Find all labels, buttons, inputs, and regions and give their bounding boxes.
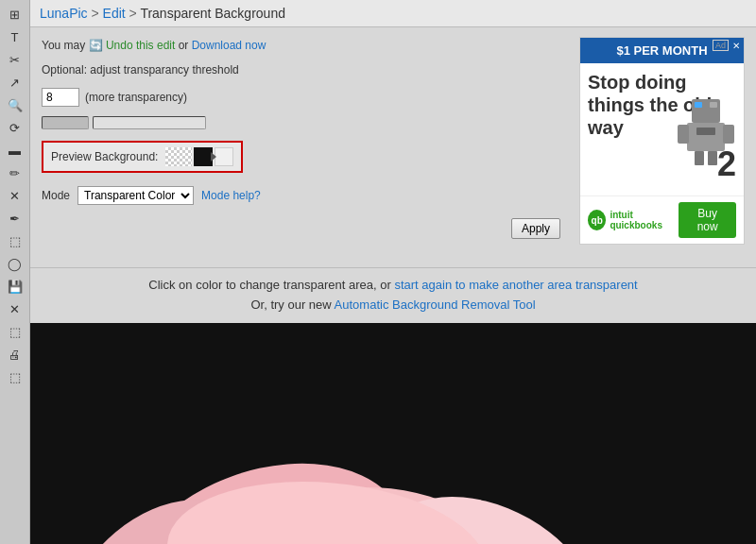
tool-extra[interactable]: ⬚ xyxy=(5,366,26,387)
tool-print[interactable]: 🖨 xyxy=(5,344,26,365)
tool-save[interactable]: 💾 xyxy=(5,276,26,297)
threshold-input[interactable] xyxy=(42,88,79,107)
mode-help-link[interactable]: Mode help? xyxy=(201,189,261,202)
instruction-line2-prefix: Or, try our new xyxy=(250,298,334,312)
svg-rect-8 xyxy=(708,151,717,165)
info-prefix: You may xyxy=(42,39,89,52)
tool-pen[interactable]: ✒ xyxy=(5,208,26,229)
auto-tool-link[interactable]: Automatic Background Removal Tool xyxy=(335,298,536,312)
tool-text[interactable]: T xyxy=(5,26,26,47)
tool-close[interactable]: ✕ xyxy=(5,298,26,319)
left-panel: You may 🔄 Undo this edit or Download now… xyxy=(42,37,564,258)
ad-close-icon[interactable]: ✕ xyxy=(730,40,742,51)
info-line2: Optional: adjust transparancy threshold xyxy=(42,61,564,78)
white-swatch[interactable] xyxy=(215,147,233,166)
info-mid: or xyxy=(179,39,192,52)
tool-crop[interactable]: ✂ xyxy=(5,49,26,70)
tool-rect[interactable]: ⬚ xyxy=(5,230,26,251)
main-content: LunaPic > Edit > Transparent Background … xyxy=(30,0,756,544)
edit-link[interactable]: Edit xyxy=(103,6,126,21)
black-swatch[interactable] xyxy=(194,147,213,166)
tool-eraser[interactable]: ✕ xyxy=(5,185,26,206)
apply-button[interactable]: Apply xyxy=(511,218,560,239)
page-title: Transparent Background xyxy=(140,6,285,21)
qb-brand: intuit quickbooks xyxy=(610,210,679,230)
ad-illustration xyxy=(678,90,734,165)
slider-row xyxy=(42,116,564,129)
content-area: You may 🔄 Undo this edit or Download now… xyxy=(30,27,756,267)
download-link[interactable]: Download now xyxy=(192,39,266,52)
preview-label: Preview Background: xyxy=(51,150,158,163)
svg-rect-2 xyxy=(710,102,717,108)
svg-rect-6 xyxy=(723,125,734,144)
preview-swatches xyxy=(165,147,233,166)
separator2: > xyxy=(129,6,141,21)
instruction-bar: Click on color to change transparent are… xyxy=(30,267,756,323)
tool-zoom[interactable]: 🔍 xyxy=(5,94,26,115)
lunapic-link[interactable]: LunaPic xyxy=(40,6,88,21)
preview-background-box: Preview Background: xyxy=(42,141,243,173)
breadcrumb: LunaPic > Edit > Transparent Background xyxy=(30,0,756,27)
svg-rect-4 xyxy=(696,128,715,135)
instruction-line1: Click on color to change transparent are… xyxy=(42,276,745,296)
svg-rect-7 xyxy=(695,151,704,165)
tool-pencil[interactable]: ✏ xyxy=(5,162,26,183)
undo-link[interactable]: 🔄 Undo this edit xyxy=(89,39,176,52)
tool-grid[interactable]: ⊞ xyxy=(5,4,26,25)
image-preview-area[interactable] xyxy=(30,323,756,544)
threshold-row: (more transparency) xyxy=(42,88,564,107)
slider-left[interactable] xyxy=(42,116,89,129)
apply-row: Apply xyxy=(42,218,564,239)
instruction-prefix: Click on color to change transparent are… xyxy=(148,278,394,292)
instruction-line2: Or, try our new Automatic Background Rem… xyxy=(42,296,745,315)
tool-arrow[interactable]: ↗ xyxy=(5,72,26,93)
qb-icon: qb xyxy=(588,210,606,230)
slider-right[interactable] xyxy=(93,116,206,129)
svg-rect-1 xyxy=(695,102,702,108)
tool-copy[interactable]: ⬚ xyxy=(5,321,26,342)
tool-circle[interactable]: ◯ xyxy=(5,253,26,274)
ad-panel: $1 PER MONTH ✕ Ad Stop doing things the … xyxy=(579,37,745,258)
svg-rect-5 xyxy=(678,125,689,144)
tool-bar[interactable]: ▬ xyxy=(5,140,26,161)
ad-box: $1 PER MONTH ✕ Ad Stop doing things the … xyxy=(579,37,745,245)
mode-row: Mode Transparent Color Transparent All C… xyxy=(42,186,564,205)
threshold-label: (more transparency) xyxy=(85,91,187,104)
mode-label: Mode xyxy=(42,189,70,202)
info-line1: You may 🔄 Undo this edit or Download now xyxy=(42,37,564,54)
mode-select[interactable]: Transparent Color Transparent All Custom… xyxy=(77,186,194,205)
qb-logo: qb intuit quickbooks xyxy=(588,210,679,230)
start-again-link[interactable]: start again to make another area transpa… xyxy=(394,278,637,292)
ad-label: Ad xyxy=(713,40,729,51)
separator1: > xyxy=(91,6,102,21)
ad-footer: qb intuit quickbooks Buy now xyxy=(580,196,744,244)
svg-rect-3 xyxy=(687,123,725,151)
buy-now-button[interactable]: Buy now xyxy=(679,202,736,238)
tool-rotate[interactable]: ⟳ xyxy=(5,117,26,138)
left-toolbar: ⊞ T ✂ ↗ 🔍 ⟳ ▬ ✏ ✕ ✒ ⬚ ◯ 💾 ✕ ⬚ 🖨 ⬚ xyxy=(0,0,30,544)
checker-swatch[interactable] xyxy=(165,147,192,166)
